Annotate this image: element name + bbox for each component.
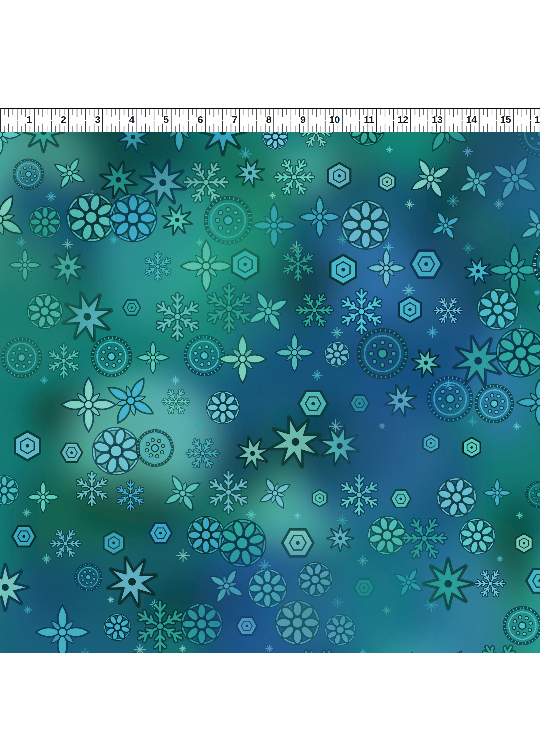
- product-photo-page: 12345678910111213141516: [0, 0, 540, 756]
- ruler-number: 1: [27, 114, 32, 125]
- ruler-number: 14: [466, 114, 477, 125]
- ruler-number: 9: [300, 114, 306, 125]
- ruler-number: 7: [232, 114, 237, 125]
- ruler-number: 3: [95, 114, 100, 125]
- ruler-number: 13: [432, 114, 443, 125]
- ruler-number: 11: [364, 114, 374, 125]
- ruler-number: 8: [266, 114, 272, 125]
- fabric-texture-grain: [0, 132, 540, 653]
- ruler-number: 2: [61, 114, 67, 125]
- inch-ruler-svg: 12345678910111213141516: [0, 108, 540, 132]
- ruler-number: 5: [164, 114, 169, 125]
- ruler-top-border: [0, 108, 540, 109]
- fabric-swatch: [0, 132, 540, 653]
- inch-ruler: 12345678910111213141516: [0, 108, 540, 132]
- ruler-number: 4: [129, 114, 135, 125]
- ruler-number: 10: [329, 114, 340, 125]
- fabric-pattern-svg: [0, 132, 540, 653]
- ruler-number: 6: [198, 114, 203, 125]
- ruler-number: 15: [500, 114, 511, 125]
- ruler-number: 16: [534, 114, 540, 125]
- ruler-number: 12: [397, 114, 408, 125]
